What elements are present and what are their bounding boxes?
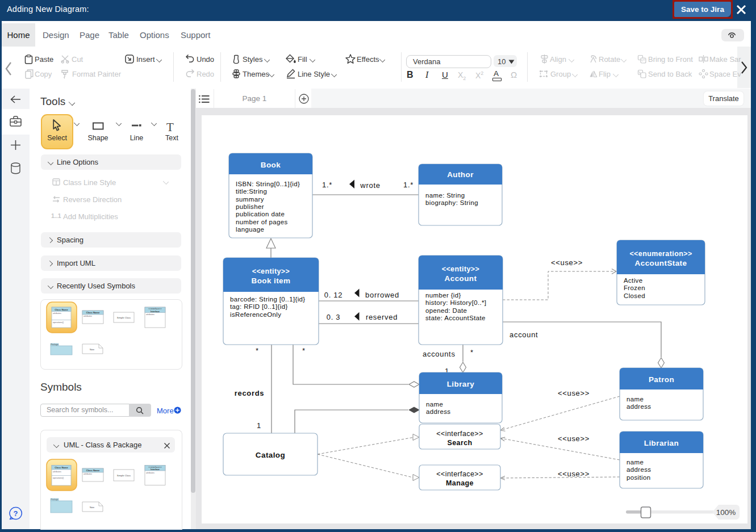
svg-text:accounts: accounts xyxy=(423,350,456,358)
svg-text:Account: Account xyxy=(445,274,477,283)
svg-text:Closed: Closed xyxy=(624,292,645,299)
svg-text:history: History[0..*]: history: History[0..*] xyxy=(425,299,486,306)
svg-text:language: language xyxy=(236,226,264,233)
svg-text:attributes: attributes xyxy=(146,472,154,474)
svg-text:Librarian: Librarian xyxy=(644,439,679,447)
svg-text:Book item: Book item xyxy=(252,277,291,285)
svg-text:attributes: attributes xyxy=(53,312,61,315)
svg-text:name: name xyxy=(626,459,644,466)
svg-text:attributes: attributes xyxy=(146,313,154,316)
svg-text:records: records xyxy=(235,389,265,397)
svg-text:Frozen: Frozen xyxy=(624,284,645,291)
svg-text:<<interface>>: <<interface>> xyxy=(436,470,483,478)
svg-text:*: * xyxy=(256,346,259,355)
svg-text:Catalog: Catalog xyxy=(256,451,285,459)
svg-text:tag: RFID [0..1]{id}: tag: RFID [0..1]{id} xyxy=(230,303,288,310)
svg-text:name: name xyxy=(626,396,644,403)
svg-text:number of pages: number of pages xyxy=(236,219,288,225)
svg-text:account: account xyxy=(509,330,538,339)
svg-text:attributes: attributes xyxy=(83,473,92,475)
svg-text:Class Name: Class Name xyxy=(55,466,68,469)
svg-text:Class Name: Class Name xyxy=(86,469,100,472)
svg-text:Interface: Interface xyxy=(151,468,160,471)
svg-text:isReferenceOnly: isReferenceOnly xyxy=(230,311,281,318)
svg-text:opened: Date: opened: Date xyxy=(425,307,467,314)
svg-text:address: address xyxy=(626,403,651,410)
svg-text:reserved: reserved xyxy=(366,313,398,321)
svg-text:Patron: Patron xyxy=(649,375,674,384)
svg-text:Interface: Interface xyxy=(151,311,160,313)
svg-text:wrote: wrote xyxy=(360,181,380,190)
svg-text:Note: Note xyxy=(90,349,94,351)
svg-text:biography: String: biography: String xyxy=(425,199,478,206)
svg-text:ISBN: String[0..1]{id}: ISBN: String[0..1]{id} xyxy=(236,181,300,187)
svg-text:number {id}: number {id} xyxy=(425,292,461,299)
svg-text:<<use>>: <<use>> xyxy=(558,470,590,478)
svg-text:1.*: 1.* xyxy=(322,181,332,189)
svg-text:attributes: attributes xyxy=(83,315,92,317)
svg-text:Active: Active xyxy=(624,277,642,284)
svg-text:Class Name: Class Name xyxy=(86,311,100,314)
svg-text:100%: 100% xyxy=(716,508,736,517)
svg-text:Manage: Manage xyxy=(446,479,474,487)
svg-text:Search: Search xyxy=(447,439,472,447)
svg-text:Simple Class: Simple Class xyxy=(117,474,131,477)
svg-text:attributes: attributes xyxy=(53,471,61,473)
svg-text:0. 12: 0. 12 xyxy=(324,291,343,299)
svg-text:borrowed: borrowed xyxy=(365,291,399,299)
svg-text:<<interface>>: <<interface>> xyxy=(436,430,483,438)
svg-text:<<entity>>: <<entity>> xyxy=(442,265,480,273)
svg-text:AccountState: AccountState xyxy=(635,259,687,267)
svg-text:Simple Class: Simple Class xyxy=(117,316,131,319)
svg-text:state: AccountState: state: AccountState xyxy=(425,315,486,321)
svg-text:Class Name: Class Name xyxy=(55,308,68,311)
svg-text:name: name xyxy=(426,401,443,408)
svg-text:Author: Author xyxy=(447,170,474,179)
svg-text:*: * xyxy=(302,346,306,355)
svg-text:address: address xyxy=(626,466,651,473)
svg-text:<<use>>: <<use>> xyxy=(551,258,583,267)
svg-text:address: address xyxy=(426,408,450,415)
svg-text:0. 3: 0. 3 xyxy=(327,313,340,321)
svg-text:title:String: title:String xyxy=(236,188,267,195)
svg-text:<<entity>>: <<entity>> xyxy=(252,267,290,275)
svg-text:summary: summary xyxy=(236,196,264,203)
svg-text:publisher: publisher xyxy=(236,203,264,210)
svg-text:*: * xyxy=(470,348,474,357)
svg-text:<<use>>: <<use>> xyxy=(558,389,590,397)
svg-text:1.*: 1.* xyxy=(403,181,413,189)
svg-text:name: String: name: String xyxy=(425,192,465,199)
svg-text:publication date: publication date xyxy=(236,211,285,217)
svg-text:operations(): operations() xyxy=(53,321,64,324)
svg-text:operations(): operations() xyxy=(53,477,64,479)
svg-text:<<use>>: <<use>> xyxy=(558,434,590,443)
svg-text:Book: Book xyxy=(261,161,281,169)
svg-text:<<enumeration>>: <<enumeration>> xyxy=(629,250,692,258)
svg-text:Package: Package xyxy=(51,499,59,501)
svg-text:Package: Package xyxy=(51,344,58,346)
svg-text:Note: Note xyxy=(90,506,94,509)
svg-text:Library: Library xyxy=(447,380,475,388)
svg-text:1: 1 xyxy=(257,421,261,430)
svg-text:?: ? xyxy=(14,509,18,518)
svg-text:barcode: String [0..1]{id}: barcode: String [0..1]{id} xyxy=(230,296,306,303)
svg-text:position: position xyxy=(626,474,650,481)
